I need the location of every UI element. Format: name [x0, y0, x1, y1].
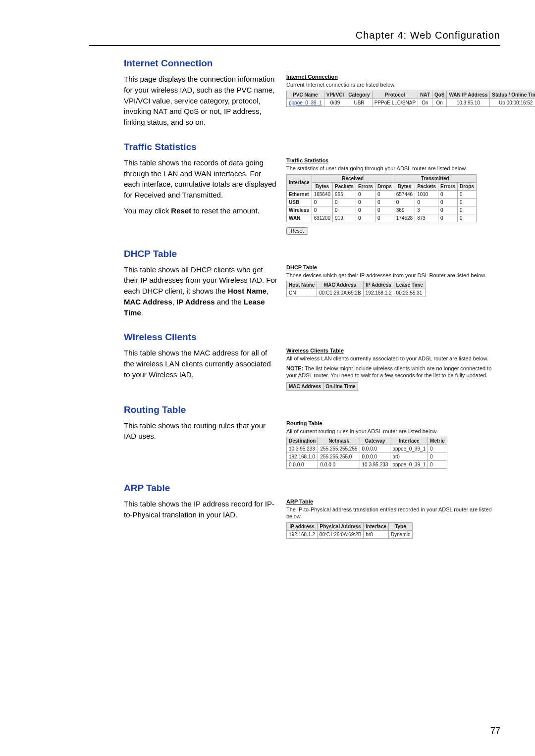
note-wireless: NOTE: The list below might include wirel…: [286, 365, 500, 379]
desc-wireless: This table shows the MAC address for all…: [124, 348, 277, 390]
table-row: USB 0 0 0 0 0 0 0 0: [287, 198, 477, 206]
cell: 0: [428, 453, 447, 461]
cell: 192.168.1.2: [363, 289, 394, 297]
cell: 0: [458, 190, 477, 198]
cell: PPPoE LLC/SNAP: [372, 99, 418, 106]
desc-traffic-2: You may click Reset to reset the amount.: [124, 205, 277, 216]
th: VPI/VCI: [324, 91, 346, 99]
cell: 0: [333, 206, 356, 214]
table-row: 192.168.1.2 00:C1:26:0A:69:2B br0 Dynami…: [287, 530, 413, 538]
cell: 255.255.255.255: [318, 445, 360, 453]
desc-arp: This table shows the IP address record f…: [124, 499, 277, 539]
shot-title-routing: Routing Table: [286, 420, 500, 426]
th: Interface: [390, 437, 428, 445]
cell: 00:23:55:31: [394, 289, 425, 297]
cell: 0: [458, 214, 477, 222]
table-routing: Destination Netmask Gateway Interface Me…: [286, 437, 447, 469]
text: You may click: [124, 206, 171, 215]
cell: Up 00:00:16:52: [490, 99, 535, 106]
cell: 10.3.95.233: [360, 461, 390, 469]
th: WAN IP Address: [447, 91, 490, 99]
desc-internet: This page displays the connection inform…: [124, 74, 277, 128]
shot-title-arp: ARP Table: [286, 499, 500, 504]
th: Interface: [287, 174, 312, 190]
text: ,: [172, 298, 176, 306]
section-traffic: Traffic Statistics This table shows the …: [124, 142, 500, 235]
cell: 192.168.1.2: [287, 530, 318, 538]
heading-arp: ARP Table: [124, 483, 500, 494]
table-row: 10.3.95.233 255.255.255.255 0.0.0.0 pppo…: [287, 445, 447, 453]
desc-dhcp: This table shows all DHCP clients who ge…: [124, 264, 277, 318]
th: MAC Address: [317, 281, 364, 289]
cell: 965: [333, 190, 356, 198]
cell: 0: [333, 198, 356, 206]
table-arp: IP address Physical Address Interface Ty…: [286, 522, 413, 539]
th: Errors: [356, 182, 375, 190]
desc-traffic-1: This table shows the records of data goi…: [124, 157, 277, 201]
cell: 631200: [312, 214, 332, 222]
th: Packets: [333, 182, 356, 190]
th: Interface: [364, 522, 389, 530]
cell: 0: [458, 206, 477, 214]
th: Protocol: [372, 91, 418, 99]
cell-pvc-name[interactable]: pppoe_0_39_1: [287, 99, 324, 106]
th: Drops: [458, 182, 477, 190]
th: IP address: [287, 522, 318, 530]
cell: 0.0.0.0: [318, 461, 360, 469]
cell: 255.255.255.0: [318, 453, 360, 461]
cell: 3: [415, 206, 438, 214]
th: QoS: [432, 91, 447, 99]
shot-title-traffic: Traffic Statistics: [286, 157, 500, 163]
cell: 00:C1:26:0A:69:2B: [317, 530, 364, 538]
heading-traffic: Traffic Statistics: [124, 142, 500, 152]
text-bold: IP Address: [176, 298, 215, 306]
cell: 0: [458, 198, 477, 206]
th: PVC Name: [287, 91, 324, 99]
th: Destination: [287, 437, 318, 445]
cell: 0: [428, 445, 447, 453]
note-label: NOTE:: [286, 365, 303, 371]
cell: 0: [438, 198, 457, 206]
th: Status / Online Time: [490, 91, 535, 99]
cell: 0: [312, 198, 332, 206]
cell: 0: [428, 461, 447, 469]
section-wireless: Wireless Clients This table shows the MA…: [124, 332, 500, 390]
table-row: Ethernet 165640 965 0 0 657446 1010 0 0: [287, 190, 477, 198]
cell: 0.0.0.0: [287, 461, 318, 469]
text: .: [141, 308, 143, 317]
th: Packets: [415, 182, 438, 190]
cell: 0: [438, 214, 457, 222]
heading-routing: Routing Table: [124, 404, 500, 415]
cell: 369: [394, 206, 415, 214]
shot-caption-traffic: The statistics of user data going throug…: [286, 165, 500, 172]
table-traffic: Interface Received Transmitted Bytes Pac…: [286, 174, 477, 222]
th: Bytes: [312, 182, 332, 190]
th: Netmask: [318, 437, 360, 445]
cell: 0: [438, 190, 457, 198]
cell: On: [418, 99, 432, 106]
reset-button[interactable]: Reset: [286, 227, 308, 235]
cell: 174528: [394, 214, 415, 222]
th: Category: [346, 91, 372, 99]
th: IP Address: [363, 281, 394, 289]
cell: 0: [415, 198, 438, 206]
th: Host Name: [287, 281, 317, 289]
cell: 0: [394, 198, 415, 206]
cell: 0: [438, 206, 457, 214]
table-row: 0.0.0.0 0.0.0.0 10.3.95.233 pppoe_0_39_1…: [287, 461, 447, 469]
cell: 0: [356, 198, 375, 206]
cell: pppoe_0_39_1: [390, 445, 428, 453]
cell: br0: [364, 530, 389, 538]
shot-caption-internet: Current Internet connections are listed …: [286, 82, 500, 89]
cell: 0/39: [324, 99, 346, 106]
section-dhcp: DHCP Table This table shows all DHCP cli…: [124, 249, 500, 318]
text-bold: MAC Address: [124, 298, 172, 306]
page-number: 77: [490, 726, 500, 736]
th: Physical Address: [317, 522, 364, 530]
th: Type: [389, 522, 413, 530]
text: This table shows the records of data goi…: [124, 158, 276, 199]
table-wireless: MAC Address On-line Time: [286, 382, 358, 391]
cell: 0: [356, 190, 375, 198]
chapter-header: Chapter 4: Web Configuration: [89, 30, 500, 46]
heading-internet: Internet Connection: [124, 58, 500, 69]
